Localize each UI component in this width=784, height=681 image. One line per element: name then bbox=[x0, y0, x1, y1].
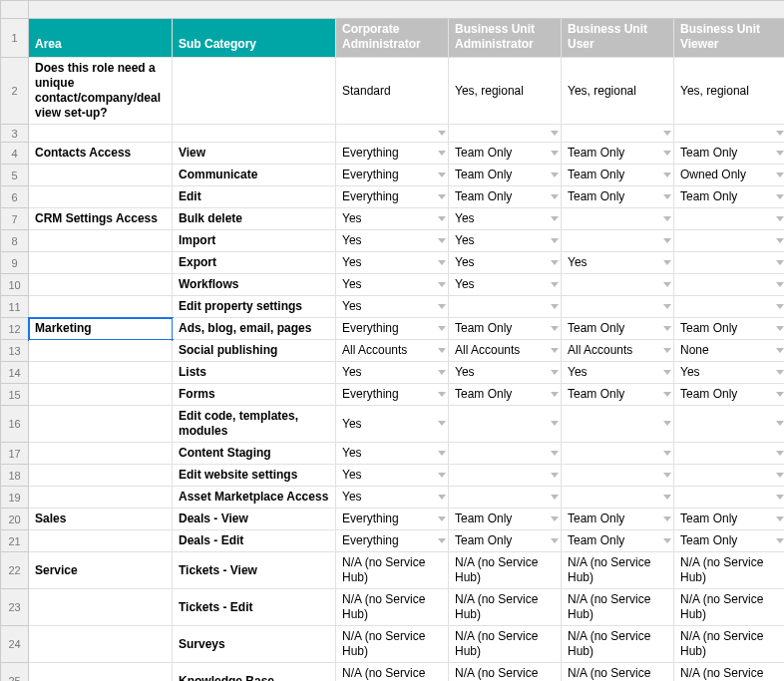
area-cell[interactable] bbox=[29, 384, 173, 406]
dropdown-icon[interactable] bbox=[551, 282, 559, 287]
dropdown-icon[interactable] bbox=[438, 151, 446, 156]
value-cell[interactable]: Everything bbox=[336, 530, 449, 552]
value-cell[interactable]: N/A (no Service Hub) bbox=[449, 626, 562, 663]
row-number[interactable]: 18 bbox=[1, 465, 29, 487]
row-number[interactable]: 24 bbox=[1, 626, 29, 663]
dropdown-icon[interactable] bbox=[551, 516, 559, 521]
row-number[interactable]: 7 bbox=[1, 208, 29, 230]
value-cell[interactable]: Team Only bbox=[562, 318, 674, 340]
value-cell[interactable]: Yes bbox=[449, 362, 562, 384]
header-role-0[interactable]: Corporate Administrator bbox=[336, 19, 449, 58]
dropdown-icon[interactable] bbox=[776, 516, 784, 521]
area-cell[interactable] bbox=[29, 487, 173, 509]
subcat-cell[interactable]: Tickets - View bbox=[173, 552, 336, 589]
value-cell[interactable]: Yes bbox=[449, 230, 562, 252]
area-cell[interactable]: Service bbox=[29, 552, 173, 589]
subcat-cell[interactable]: Communicate bbox=[173, 165, 336, 186]
value-cell[interactable]: Team Only bbox=[674, 186, 785, 208]
dropdown-icon[interactable] bbox=[551, 238, 559, 243]
area-cell[interactable] bbox=[29, 663, 173, 682]
spreadsheet-grid[interactable]: 1AreaSub CategoryCorporate Administrator… bbox=[0, 0, 784, 681]
dropdown-icon[interactable] bbox=[776, 370, 784, 375]
row-number[interactable]: 3 bbox=[1, 125, 29, 143]
area-cell[interactable] bbox=[29, 125, 173, 143]
value-cell[interactable]: Yes bbox=[336, 487, 449, 509]
dropdown-icon[interactable] bbox=[438, 538, 446, 543]
value-cell[interactable]: Team Only bbox=[674, 530, 785, 552]
area-cell[interactable] bbox=[29, 362, 173, 384]
value-cell[interactable]: Everything bbox=[336, 509, 449, 530]
dropdown-icon[interactable] bbox=[438, 304, 446, 309]
value-cell[interactable] bbox=[674, 406, 785, 443]
row-number[interactable]: 13 bbox=[1, 340, 29, 362]
value-cell[interactable] bbox=[674, 230, 785, 252]
value-cell[interactable]: Yes bbox=[336, 362, 449, 384]
row-number[interactable]: 5 bbox=[1, 165, 29, 186]
value-cell[interactable] bbox=[674, 443, 785, 465]
value-cell[interactable]: Team Only bbox=[449, 509, 562, 530]
value-cell[interactable]: Yes, regional bbox=[562, 58, 674, 125]
value-cell[interactable]: Team Only bbox=[449, 318, 562, 340]
dropdown-icon[interactable] bbox=[663, 495, 671, 500]
value-cell[interactable]: Yes bbox=[336, 208, 449, 230]
row-number[interactable]: 12 bbox=[1, 318, 29, 340]
dropdown-icon[interactable] bbox=[776, 473, 784, 478]
header-subcat[interactable]: Sub Category bbox=[173, 19, 336, 58]
dropdown-icon[interactable] bbox=[663, 151, 671, 156]
row-number[interactable]: 11 bbox=[1, 296, 29, 318]
subcat-cell[interactable]: Content Staging bbox=[173, 443, 336, 465]
value-cell[interactable]: Team Only bbox=[562, 530, 674, 552]
header-area[interactable]: Area bbox=[29, 19, 173, 58]
dropdown-icon[interactable] bbox=[551, 370, 559, 375]
dropdown-icon[interactable] bbox=[776, 326, 784, 331]
value-cell[interactable]: Yes bbox=[336, 465, 449, 487]
dropdown-icon[interactable] bbox=[551, 392, 559, 397]
area-cell[interactable]: CRM Settings Access bbox=[29, 208, 173, 230]
value-cell[interactable]: Yes bbox=[336, 296, 449, 318]
area-cell[interactable]: Contacts Access bbox=[29, 143, 173, 165]
value-cell[interactable]: N/A (no Service Hub) bbox=[336, 626, 449, 663]
dropdown-icon[interactable] bbox=[551, 348, 559, 353]
subcat-cell[interactable]: Lists bbox=[173, 362, 336, 384]
value-cell[interactable]: Team Only bbox=[674, 143, 785, 165]
value-cell[interactable]: Yes, regional bbox=[674, 58, 785, 125]
value-cell[interactable]: Yes bbox=[674, 362, 785, 384]
dropdown-icon[interactable] bbox=[438, 516, 446, 521]
dropdown-icon[interactable] bbox=[551, 538, 559, 543]
area-cell[interactable] bbox=[29, 165, 173, 186]
value-cell[interactable]: Everything bbox=[336, 143, 449, 165]
value-cell[interactable] bbox=[562, 208, 674, 230]
value-cell[interactable]: N/A (no Service Hub) bbox=[449, 552, 562, 589]
area-cell[interactable] bbox=[29, 186, 173, 208]
area-cell[interactable] bbox=[29, 406, 173, 443]
row-number[interactable]: 23 bbox=[1, 589, 29, 626]
value-cell[interactable]: N/A (no Service Hub) bbox=[562, 626, 674, 663]
value-cell[interactable]: N/A (no Service Hub) bbox=[674, 589, 785, 626]
value-cell[interactable]: Yes bbox=[336, 274, 449, 296]
value-cell[interactable] bbox=[449, 443, 562, 465]
subcat-cell[interactable]: Social publishing bbox=[173, 340, 336, 362]
dropdown-icon[interactable] bbox=[551, 304, 559, 309]
dropdown-icon[interactable] bbox=[663, 473, 671, 478]
dropdown-icon[interactable] bbox=[776, 304, 784, 309]
subcat-cell[interactable]: Edit bbox=[173, 186, 336, 208]
row-number[interactable]: 1 bbox=[1, 19, 29, 58]
subcat-cell[interactable]: Edit property settings bbox=[173, 296, 336, 318]
row-number[interactable]: 2 bbox=[1, 58, 29, 125]
value-cell[interactable]: Everything bbox=[336, 165, 449, 186]
dropdown-icon[interactable] bbox=[776, 194, 784, 199]
subcat-cell[interactable] bbox=[173, 58, 336, 125]
dropdown-icon[interactable] bbox=[438, 131, 446, 136]
area-cell[interactable] bbox=[29, 530, 173, 552]
area-cell[interactable]: Does this role need a unique contact/com… bbox=[29, 58, 173, 125]
area-cell[interactable] bbox=[29, 230, 173, 252]
value-cell[interactable] bbox=[562, 296, 674, 318]
row-number[interactable]: 4 bbox=[1, 143, 29, 165]
value-cell[interactable] bbox=[562, 406, 674, 443]
value-cell[interactable]: N/A (no Service Hub) bbox=[336, 552, 449, 589]
dropdown-icon[interactable] bbox=[551, 495, 559, 500]
value-cell[interactable] bbox=[562, 465, 674, 487]
dropdown-icon[interactable] bbox=[438, 348, 446, 353]
dropdown-icon[interactable] bbox=[776, 131, 784, 136]
dropdown-icon[interactable] bbox=[776, 495, 784, 500]
